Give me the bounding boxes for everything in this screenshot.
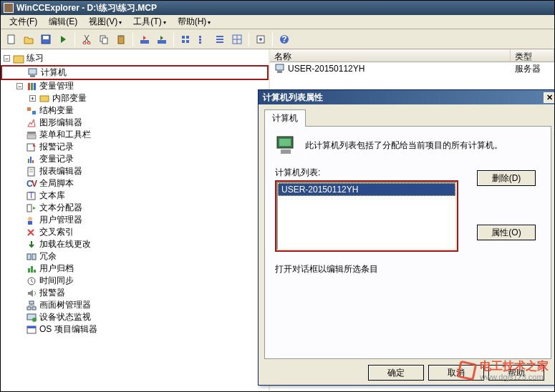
list-header: 名称 类型 [270, 49, 554, 62]
save-icon[interactable] [38, 31, 54, 47]
tree-var-mgmt[interactable]: − 变量管理 [1, 80, 269, 92]
tree-oseditor[interactable]: OS 项目编辑器 [1, 323, 269, 335]
open-icon[interactable] [21, 31, 37, 47]
tree-internal-var[interactable]: + 内部变量 [1, 92, 269, 104]
cut-icon[interactable] [79, 31, 95, 47]
tree-root[interactable]: − 练习 [1, 52, 269, 64]
svg-rect-34 [40, 96, 49, 102]
menu-view[interactable]: 视图(V)▾ [83, 14, 127, 29]
ok-button[interactable]: 确定 [368, 365, 424, 381]
tree-crossref[interactable]: 交叉索引 [1, 226, 269, 238]
tree-devstatus[interactable]: 设备状态监视 [1, 311, 269, 323]
tree-var-log[interactable]: 变量记录 [1, 153, 269, 165]
svg-rect-53 [27, 254, 31, 260]
tab-computer[interactable]: 计算机 [264, 109, 306, 127]
expand-icon[interactable]: + [29, 95, 36, 102]
list-row[interactable]: USER-20150112YH 服务器 [270, 62, 554, 75]
list-small-icon[interactable] [195, 31, 211, 47]
tree-alarm-log[interactable]: 报警记录 [1, 141, 269, 153]
tree-report[interactable]: 报表编辑器 [1, 165, 269, 177]
cell-type: 服务器 [511, 63, 545, 75]
toolbar-sep [132, 32, 133, 46]
variable-icon [26, 82, 37, 92]
col-type[interactable]: 类型 [511, 49, 554, 62]
listbox-item-selected[interactable]: USER-20150112YH [278, 183, 455, 196]
svg-rect-14 [186, 40, 189, 43]
col-name[interactable]: 名称 [270, 49, 511, 62]
svg-point-25 [259, 38, 262, 41]
tree-userarchive[interactable]: 用户归档 [1, 263, 269, 275]
dialog-info-text: 此计算机列表包括了分配给当前项目的所有计算机。 [305, 139, 503, 152]
userarchive-icon [26, 264, 37, 274]
svg-rect-60 [27, 307, 31, 310]
list-large-icon[interactable] [178, 31, 193, 47]
svg-text:V: V [32, 179, 37, 189]
svg-rect-17 [199, 41, 201, 44]
svg-rect-16 [199, 39, 201, 41]
dialog-titlebar[interactable]: 计算机列表属性 ✕ [259, 90, 555, 104]
tree-picturetree[interactable]: 画面树管理器 [1, 299, 269, 311]
tree-redundancy[interactable]: 冗余 [1, 250, 269, 263]
tree-computer[interactable]: 计算机 [8, 67, 267, 79]
window-titlebar: WinCCExplorer - D:\练习\练习.MCP [1, 1, 554, 15]
run2-icon[interactable] [154, 31, 170, 47]
list-detail-icon[interactable] [212, 31, 228, 47]
run1-icon[interactable] [137, 31, 153, 47]
svg-rect-52 [28, 221, 32, 225]
svg-rect-55 [28, 268, 30, 273]
listbox-highlight: USER-20150112YH [275, 180, 458, 252]
tree-textdist[interactable]: 文本分配器 [1, 202, 269, 214]
svg-rect-13 [182, 40, 185, 43]
svg-rect-54 [32, 254, 36, 260]
computer-icon [275, 135, 298, 155]
menu-edit[interactable]: 编辑(E) [43, 14, 83, 29]
toolbar-sep [173, 32, 174, 46]
grid-icon[interactable] [229, 31, 245, 47]
tree-usermgr[interactable]: 用户管理器 [1, 214, 269, 226]
menu-bar: 文件(F) 编辑(E) 视图(V)▾ 工具(T)▾ 帮助(H)▾ [1, 15, 554, 29]
tree-menus[interactable]: 菜单和工具栏 [1, 129, 269, 141]
computer-listbox[interactable]: USER-20150112YH [276, 182, 457, 250]
svg-rect-66 [276, 64, 284, 70]
var-log-icon [26, 155, 37, 165]
delete-button[interactable]: 删除(D) [477, 170, 536, 186]
svg-rect-40 [28, 159, 29, 163]
tree-textlib[interactable]: T文本库 [1, 190, 269, 202]
svg-rect-29 [29, 69, 37, 74]
tree-online[interactable]: 加载在线更改 [1, 238, 269, 250]
internal-var-icon [39, 94, 50, 104]
collapse-icon[interactable]: − [16, 83, 23, 89]
crossref-icon [26, 227, 37, 237]
svg-rect-56 [31, 266, 33, 273]
svg-rect-50 [27, 205, 32, 212]
svg-rect-12 [186, 36, 189, 39]
textdist-icon [26, 203, 37, 213]
tree-timesync[interactable]: 时间同步 [1, 275, 269, 287]
play-icon[interactable] [55, 31, 71, 47]
menu-file[interactable]: 文件(F) [4, 14, 43, 29]
props-icon[interactable] [253, 31, 269, 47]
tree-panel: − 练习 计算机 − 变量管理 + 内部变量 结构变量 图形编辑器 菜单和工具栏… [1, 49, 270, 391]
svg-rect-28 [14, 56, 24, 63]
help-icon[interactable]: ? [276, 31, 292, 47]
menu-tools[interactable]: 工具(T)▾ [127, 14, 171, 29]
svg-rect-10 [158, 40, 166, 44]
speaker-icon [26, 288, 37, 298]
copy-icon[interactable] [96, 31, 112, 47]
paste-icon[interactable] [113, 31, 129, 47]
svg-rect-0 [8, 35, 14, 44]
oseditor-icon [26, 325, 37, 335]
tree-graphics[interactable]: 图形编辑器 [1, 117, 269, 129]
tree-script[interactable]: CV全局脚本 [1, 177, 269, 190]
menu-help[interactable]: 帮助(H)▾ [172, 14, 217, 29]
tree-horn[interactable]: 报警器 [1, 287, 269, 299]
svg-rect-32 [31, 83, 33, 90]
new-icon[interactable] [4, 31, 19, 47]
collapse-icon[interactable]: − [4, 55, 10, 62]
properties-button[interactable]: 属性(O) [477, 225, 536, 240]
svg-rect-6 [102, 38, 107, 44]
close-icon[interactable]: ✕ [544, 92, 555, 103]
project-icon [13, 54, 24, 64]
tree-struct-var[interactable]: 结构变量 [1, 104, 269, 117]
watermark-name: 电工技术之家 [480, 360, 549, 373]
